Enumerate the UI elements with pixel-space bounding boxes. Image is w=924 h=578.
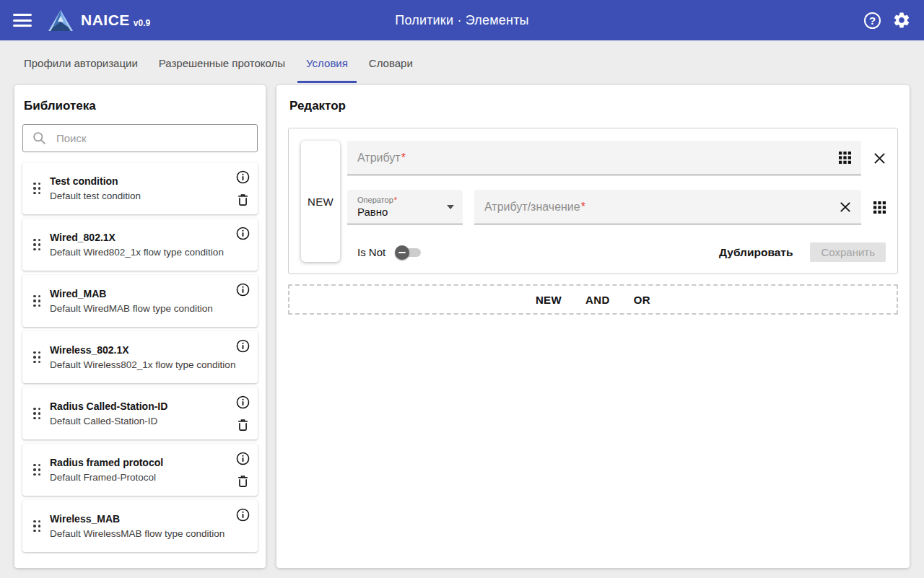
- library-item[interactable]: Wired_802.1X Default Wired802_1x flow ty…: [22, 219, 258, 271]
- drag-handle-icon[interactable]: [33, 464, 40, 476]
- library-item[interactable]: Test condition Default test condition: [22, 162, 258, 214]
- tab-dictionaries[interactable]: Словари: [360, 44, 422, 83]
- add-or-button[interactable]: OR: [627, 291, 657, 309]
- library-item-description: Default Wired802_1x flow type condition: [50, 247, 235, 258]
- app-version: v0.9: [134, 18, 150, 28]
- library-item-name: Test condition: [50, 175, 235, 187]
- delete-icon[interactable]: [236, 193, 250, 207]
- drag-handle-icon[interactable]: [33, 351, 40, 364]
- remove-condition-icon[interactable]: [873, 152, 886, 165]
- add-new-button[interactable]: NEW: [529, 291, 568, 309]
- condition-group-label: NEW: [301, 141, 340, 262]
- page-title: Политики · Элементы: [395, 13, 529, 28]
- drag-handle-icon[interactable]: [33, 520, 40, 533]
- editor-panel: Редактор NEW Атрибут*: [276, 85, 910, 568]
- operator-value: Равно: [357, 206, 397, 218]
- library-item-description: Default test condition: [50, 191, 235, 201]
- library-item-description: Default Wireless802_1x flow type conditi…: [50, 359, 235, 370]
- attribute-placeholder: Атрибут: [357, 152, 401, 165]
- library-item[interactable]: Radius Called-Station-ID Default Called-…: [22, 387, 258, 439]
- add-condition-zone: NEW AND OR: [288, 284, 898, 315]
- search-input[interactable]: [22, 124, 258, 152]
- is-not-label: Is Not: [357, 246, 385, 258]
- condition-editor-card: NEW Атрибут*: [288, 128, 898, 274]
- drag-handle-icon[interactable]: [33, 183, 40, 195]
- drag-handle-icon[interactable]: [33, 408, 40, 420]
- operator-select[interactable]: Оператор* Равно: [347, 190, 463, 224]
- info-icon[interactable]: [235, 170, 250, 185]
- tab-bar: Профили авторизации Разрешенные протокол…: [0, 40, 924, 83]
- info-icon[interactable]: [235, 395, 250, 410]
- app-header: NAICE v0.9 Политики · Элементы ?: [0, 0, 924, 40]
- save-button[interactable]: Сохранить: [810, 242, 886, 262]
- add-and-button[interactable]: AND: [579, 291, 616, 309]
- is-not-toggle[interactable]: [395, 245, 422, 260]
- drag-handle-icon[interactable]: [33, 239, 40, 251]
- value-picker-grid-icon[interactable]: [873, 201, 886, 214]
- library-panel: Библиотека Test condition Default test c…: [14, 85, 266, 568]
- app-logo-icon: [48, 9, 74, 32]
- tab-allowed-protocols[interactable]: Разрешенные протоколы: [150, 44, 294, 83]
- help-icon[interactable]: ?: [864, 12, 881, 29]
- library-item-description: Default WiredMAB flow type condition: [50, 303, 235, 314]
- delete-icon[interactable]: [236, 474, 250, 489]
- menu-icon[interactable]: [13, 14, 32, 27]
- library-item-description: Default WirelessMAB flow type condition: [50, 528, 235, 539]
- library-list: Test condition Default test condition Wi…: [22, 162, 258, 552]
- library-item-name: Wired_MAB: [50, 288, 235, 299]
- library-item-name: Radius Called-Station-ID: [50, 400, 235, 412]
- value-placeholder: Атрибут/значение: [484, 201, 580, 214]
- info-icon[interactable]: [235, 507, 250, 522]
- info-icon[interactable]: [235, 338, 250, 354]
- library-item-description: Default Called-Station-ID: [50, 416, 235, 426]
- app-name: NAICE: [81, 12, 130, 29]
- settings-gear-icon[interactable]: [892, 11, 911, 30]
- info-icon[interactable]: [235, 451, 250, 466]
- attribute-picker-grid-icon[interactable]: [839, 152, 851, 164]
- duplicate-button[interactable]: Дублировать: [715, 243, 797, 262]
- library-item[interactable]: Wireless_802.1X Default Wireless802_1x f…: [22, 331, 258, 383]
- library-item-name: Wireless_MAB: [50, 513, 235, 525]
- library-item-name: Wireless_802.1X: [50, 344, 235, 356]
- info-icon[interactable]: [235, 282, 250, 297]
- tab-conditions[interactable]: Условия: [297, 44, 357, 83]
- value-field[interactable]: Атрибут/значение*: [474, 190, 861, 224]
- clear-value-icon[interactable]: [840, 201, 851, 213]
- library-item[interactable]: Wired_MAB Default WiredMAB flow type con…: [22, 275, 258, 327]
- drag-handle-icon[interactable]: [33, 295, 40, 307]
- info-icon[interactable]: [235, 226, 250, 241]
- delete-icon[interactable]: [236, 418, 250, 432]
- library-title: Библиотека: [24, 99, 258, 113]
- library-item[interactable]: Wireless_MAB Default WirelessMAB flow ty…: [22, 500, 258, 552]
- library-item[interactable]: Radius framed protocol Default Framed-Pr…: [22, 444, 258, 496]
- library-item-description: Default Framed-Protocol: [50, 472, 235, 483]
- dropdown-arrow-icon: [447, 205, 454, 209]
- attribute-field[interactable]: Атрибут*: [347, 141, 861, 175]
- tab-authorization-profiles[interactable]: Профили авторизации: [15, 44, 147, 83]
- library-item-name: Wired_802.1X: [50, 232, 235, 243]
- editor-title: Редактор: [289, 99, 898, 113]
- library-item-name: Radius framed protocol: [50, 457, 235, 468]
